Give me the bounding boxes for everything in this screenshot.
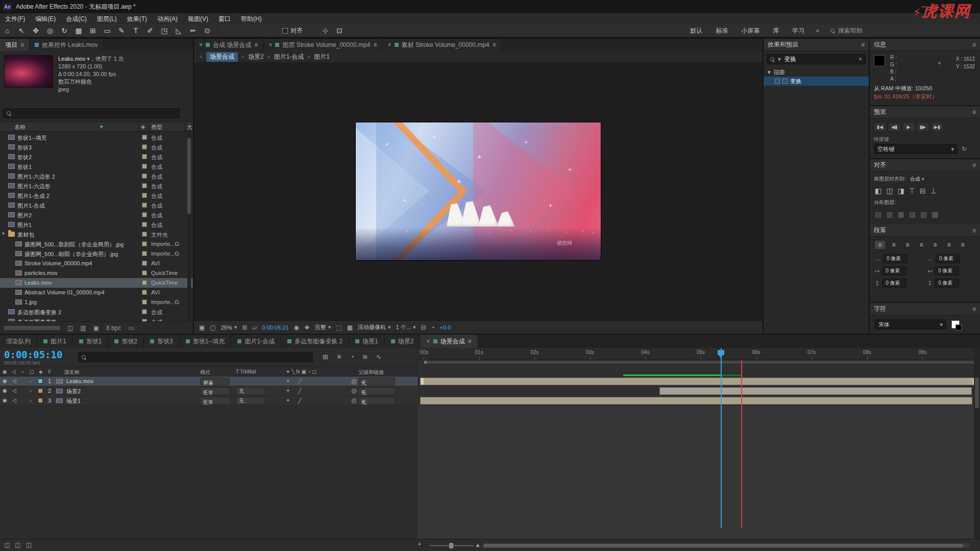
distribute-button[interactable]: ▧ bbox=[909, 210, 916, 218]
twirl-icon[interactable]: › bbox=[30, 388, 32, 394]
column-name[interactable]: 名称 bbox=[14, 123, 26, 131]
label-color-swatch[interactable] bbox=[38, 379, 43, 384]
audio-column-icon[interactable]: ◁ bbox=[12, 369, 16, 374]
field-value[interactable]: 0 像素 bbox=[935, 279, 959, 288]
timeline-tab[interactable]: × 多边形图像变换 2 ≡ bbox=[281, 335, 349, 348]
switches-column-icons[interactable]: ✦ ╲ fx ▣ ◔ ◻ bbox=[286, 369, 316, 374]
quality-switch-icon[interactable]: ╱ bbox=[298, 378, 302, 385]
main-viewer-icon[interactable]: ▢ bbox=[210, 324, 215, 331]
transport-button[interactable]: ▶▮ bbox=[931, 122, 943, 132]
align-button[interactable]: ⊥ bbox=[930, 187, 937, 195]
item-name[interactable]: 图片1-合成 bbox=[17, 202, 45, 210]
item-name[interactable]: 图片2 bbox=[17, 212, 32, 219]
playhead[interactable] bbox=[721, 348, 722, 528]
trkmat-dropdown[interactable]: 无 bbox=[236, 397, 265, 405]
field-value[interactable]: 0 像素 bbox=[882, 266, 906, 276]
work-area-bar[interactable] bbox=[424, 360, 978, 364]
timeline-option-icon[interactable]: ≋ bbox=[362, 353, 368, 361]
twirl-icon[interactable]: › bbox=[30, 397, 32, 404]
trkmat-dropdown[interactable]: 无 bbox=[236, 387, 265, 395]
item-name[interactable]: 1.jpg bbox=[24, 299, 37, 305]
item-name[interactable]: Leaks.mov bbox=[24, 280, 52, 286]
tool-icon[interactable]: ✏ bbox=[186, 24, 200, 37]
align-to-dropdown[interactable]: 合成 ▾ bbox=[910, 176, 924, 183]
paragraph-field[interactable]: ↥ 0 像素 bbox=[875, 279, 922, 288]
item-name[interactable]: 形状2 bbox=[17, 154, 32, 161]
tool-icon[interactable]: ◺ bbox=[172, 24, 186, 37]
blend-mode-dropdown[interactable]: 正常▾ bbox=[200, 387, 230, 395]
paragraph-field[interactable]: ↦ 0 像素 bbox=[875, 266, 922, 276]
transport-button[interactable]: ▶ bbox=[902, 122, 915, 132]
workspace-tab[interactable]: 库 bbox=[773, 27, 779, 35]
tool-icon[interactable]: T bbox=[129, 24, 143, 37]
mask-visibility-icon[interactable]: ▱ bbox=[252, 324, 257, 331]
label-color-swatch[interactable] bbox=[142, 135, 147, 140]
project-item-row[interactable]: 多边形图像变换 2 合成 bbox=[0, 307, 193, 317]
label-color-swatch[interactable] bbox=[142, 290, 147, 295]
new-composition-icon[interactable]: ▣ bbox=[93, 324, 99, 332]
horizontal-scrollbar[interactable] bbox=[4, 326, 60, 330]
zoom-in-icon[interactable]: ▲ bbox=[475, 541, 481, 548]
item-name[interactable]: Stroke Volume_00000.mp4 bbox=[24, 260, 92, 266]
quality-switch-icon[interactable]: ╱ bbox=[298, 388, 302, 394]
timeline-tab[interactable]: × 图片1 ≡ bbox=[37, 335, 73, 348]
label-color-swatch[interactable] bbox=[142, 232, 147, 237]
quality-switch-icon[interactable]: ╱ bbox=[298, 397, 302, 404]
layer-name[interactable]: 场景1 bbox=[66, 397, 81, 405]
tool-icon[interactable]: ◎ bbox=[43, 24, 57, 37]
exposure-value[interactable]: +0.0 bbox=[440, 324, 451, 331]
project-item-row[interactable]: 图片1-合成 合成 bbox=[0, 201, 193, 210]
menu-item[interactable]: 窗口 bbox=[213, 13, 236, 24]
transport-button[interactable]: ▮◀ bbox=[874, 122, 886, 132]
clear-search-icon[interactable]: × bbox=[859, 56, 862, 63]
viewer-tab[interactable]: × 图层 Stroke Volume_00000.mp4 ≡ bbox=[263, 39, 382, 51]
item-name[interactable]: 图片1 bbox=[17, 221, 32, 229]
font-family-dropdown[interactable]: 宋体 ▾ bbox=[875, 319, 946, 330]
paragraph-field[interactable]: → 0 像素 bbox=[875, 254, 922, 263]
viewer-tab[interactable]: × 素材 Stroke Volume_00000.mp4 ≡ bbox=[383, 39, 502, 51]
paragraph-field[interactable]: ↧ 0 像素 bbox=[927, 279, 975, 288]
channels-icon[interactable]: ❖ bbox=[304, 324, 310, 331]
shortcut-dropdown[interactable]: 空格键 ▾ bbox=[874, 144, 958, 154]
paragraph-align-button[interactable]: ≡ bbox=[902, 241, 913, 249]
panel-menu-icon[interactable]: ≡ bbox=[493, 41, 496, 48]
tool-icon[interactable]: ▭ bbox=[100, 24, 114, 37]
item-name[interactable]: 形状3 bbox=[17, 144, 32, 152]
column-label-icon[interactable]: ◈ bbox=[141, 123, 145, 130]
paragraph-align-button[interactable]: ≡ bbox=[889, 241, 899, 249]
parent-dropdown[interactable]: 无▾ bbox=[358, 378, 395, 385]
tool-icon[interactable]: ✥ bbox=[29, 24, 43, 37]
expand-transfer-icon[interactable]: ◫ bbox=[15, 541, 20, 548]
label-color-swatch[interactable] bbox=[142, 183, 147, 188]
project-item-row[interactable]: 图片1-六边形 2 合成 bbox=[0, 171, 193, 181]
field-value[interactable]: 0 像素 bbox=[935, 266, 959, 276]
timeline-tab[interactable]: × 形状1 ≡ bbox=[73, 335, 109, 348]
timeline-tab[interactable]: × 场景合成 ≡ bbox=[420, 335, 478, 348]
composition-canvas[interactable]: + + + + + + + + 摄图网 bbox=[356, 122, 601, 260]
time-ruler[interactable]: :00s01s02s03s04s05s06s07s08s09s10s bbox=[418, 348, 980, 360]
close-tab-icon[interactable]: × bbox=[199, 41, 203, 48]
distribute-button[interactable]: ▨ bbox=[920, 210, 927, 218]
audio-icon[interactable]: ◁ bbox=[12, 378, 16, 384]
label-color-swatch[interactable] bbox=[142, 241, 147, 246]
item-name[interactable]: 素材包 bbox=[17, 231, 34, 239]
layer-duration-bar-2[interactable] bbox=[659, 387, 972, 395]
tool-icon[interactable]: ▦ bbox=[71, 24, 86, 37]
timeline-option-icon[interactable]: ✳ bbox=[336, 353, 342, 361]
expand-inout-icon[interactable]: ◫ bbox=[26, 541, 32, 548]
tool-icon[interactable]: ↻ bbox=[57, 24, 71, 37]
label-color-swatch[interactable] bbox=[142, 212, 147, 217]
layer-row[interactable]: ◉ ◁ › 2 场景2 正常▾ 无 ✦ ╱ @ 无▾ bbox=[0, 386, 418, 396]
trkmat-column[interactable]: T TrkMat bbox=[236, 369, 256, 374]
align-button[interactable]: ⊤ bbox=[909, 187, 915, 195]
parent-dropdown[interactable]: 无▾ bbox=[358, 397, 395, 405]
parent-link-column[interactable]: 父级和链接 bbox=[358, 369, 384, 376]
snap-align-toggle[interactable]: 对齐 bbox=[282, 27, 303, 35]
timeline-tab[interactable]: × 形状1--填充 ≡ bbox=[180, 335, 232, 348]
timeline-option-icon[interactable]: ∿ bbox=[376, 353, 382, 361]
solo-column-icon[interactable]: ○ bbox=[21, 369, 24, 374]
parent-dropdown[interactable]: 无▾ bbox=[358, 387, 395, 395]
item-name[interactable]: 摄图网_500...朝阳（非企业商用）.jpg bbox=[24, 251, 118, 258]
timeline-tab[interactable]: × 形状3 ≡ bbox=[144, 335, 180, 348]
timeline-search-input[interactable] bbox=[78, 352, 313, 362]
